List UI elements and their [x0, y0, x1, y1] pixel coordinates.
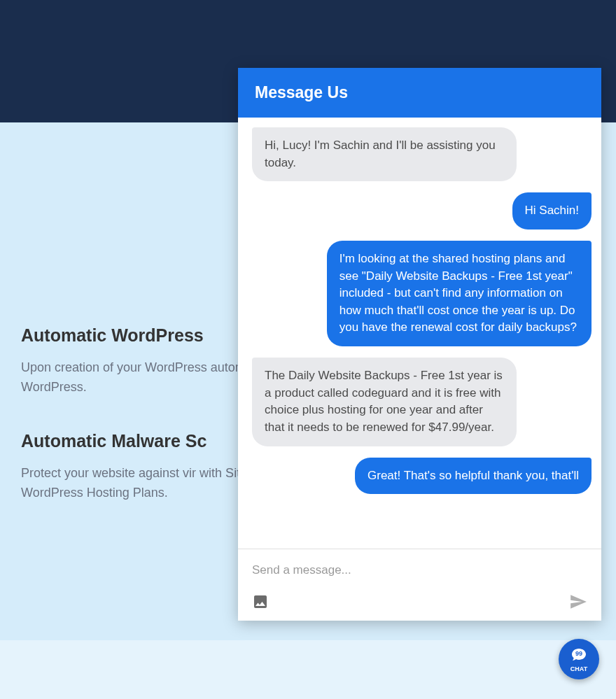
send-icon[interactable]	[569, 593, 587, 611]
chat-bubble-icon: 99	[570, 647, 588, 666]
message-user: Hi Sachin!	[512, 192, 592, 230]
chat-fab-label: CHAT	[570, 665, 587, 672]
message-agent: Hi, Lucy! I'm Sachin and I'll be assisti…	[252, 127, 517, 181]
chat-message-input[interactable]	[252, 560, 587, 593]
chat-actions	[252, 593, 587, 611]
message-user: I'm looking at the shared hosting plans …	[327, 241, 592, 346]
chat-messages[interactable]: Hi, Lucy! I'm Sachin and I'll be assisti…	[238, 118, 601, 549]
svg-text:99: 99	[575, 650, 582, 657]
chat-fab-button[interactable]: 99 CHAT	[559, 639, 599, 679]
message-user: Great! That's so helpful thank you, that…	[355, 458, 592, 495]
chat-header-title: Message Us	[255, 83, 348, 101]
page-footer-band	[0, 640, 616, 699]
chat-input-area	[238, 549, 601, 621]
image-upload-icon[interactable]	[252, 593, 269, 610]
message-agent: The Daily Website Backups - Free 1st yea…	[252, 358, 517, 446]
chat-header[interactable]: Message Us	[238, 68, 601, 118]
chat-widget: Message Us Hi, Lucy! I'm Sachin and I'll…	[238, 68, 601, 621]
